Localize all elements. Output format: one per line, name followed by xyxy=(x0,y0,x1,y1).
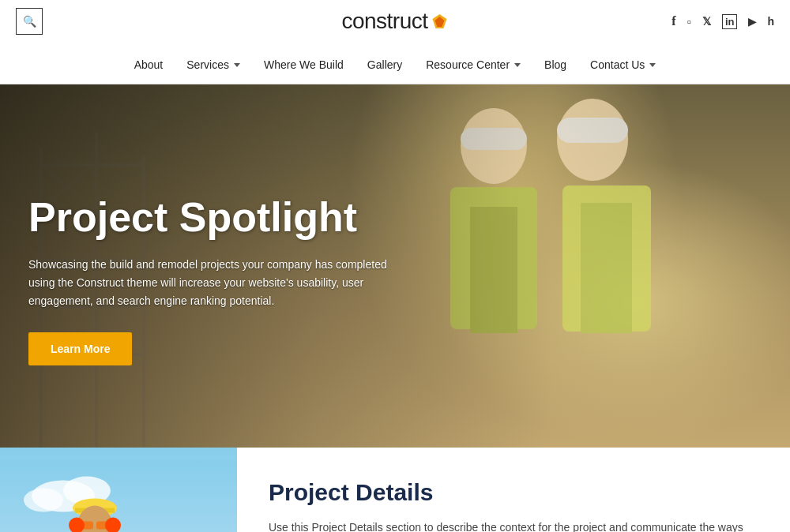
services-dropdown-icon xyxy=(234,63,240,67)
nav-services[interactable]: Services xyxy=(177,52,250,77)
learn-more-button[interactable]: Learn More xyxy=(28,332,132,365)
nav-contact-us-label: Contact Us xyxy=(590,58,645,71)
nav-gallery-label: Gallery xyxy=(367,58,402,71)
youtube-icon[interactable]: ▶ xyxy=(748,16,756,28)
resource-center-dropdown-icon xyxy=(514,63,521,67)
hero-content: Project Spotlight Showcasing the build a… xyxy=(28,195,408,365)
contact-us-dropdown-icon xyxy=(649,63,656,67)
header-left: 🔍 xyxy=(16,8,43,35)
header: 🔍 construct f ▫ 𝕏 in ▶ h xyxy=(0,0,790,43)
nav-where-we-build-label: Where We Build xyxy=(264,58,344,71)
hero-section: Project Spotlight Showcasing the build a… xyxy=(0,84,790,448)
main-nav: About Services Where We Build Gallery Re… xyxy=(0,43,790,77)
nav-blog-label: Blog xyxy=(544,58,566,71)
logo-icon xyxy=(431,13,449,30)
nav-gallery[interactable]: Gallery xyxy=(358,52,412,77)
instagram-icon[interactable]: ▫ xyxy=(687,15,691,28)
hero-description: Showcasing the build and remodel project… xyxy=(28,256,408,310)
project-details-paragraph1: Use this Project Details section to desc… xyxy=(269,519,758,532)
nav-where-we-build[interactable]: Where We Build xyxy=(254,52,353,77)
facebook-icon[interactable]: f xyxy=(672,14,675,28)
search-button[interactable]: 🔍 xyxy=(16,8,43,35)
nav-about-label: About xyxy=(134,58,164,71)
logo[interactable]: construct xyxy=(341,9,448,34)
svg-point-23 xyxy=(24,489,63,512)
twitter-icon[interactable]: 𝕏 xyxy=(702,15,711,28)
linkedin-icon[interactable]: in xyxy=(722,14,738,29)
hero-title: Project Spotlight xyxy=(28,195,408,240)
nav-services-label: Services xyxy=(186,58,229,71)
houzz-icon[interactable]: h xyxy=(767,15,774,28)
nav-contact-us[interactable]: Contact Us xyxy=(581,52,665,77)
nav-about[interactable]: About xyxy=(125,52,173,77)
social-icons: f ▫ 𝕏 in ▶ h xyxy=(672,14,774,29)
project-details-section: Project Details Use this Project Details… xyxy=(237,448,790,532)
below-hero-section: Project Details Use this Project Details… xyxy=(0,448,790,532)
worker-scene xyxy=(0,448,237,532)
nav-resource-center[interactable]: Resource Center xyxy=(416,52,530,77)
worker-image-section xyxy=(0,448,237,532)
logo-text: construct xyxy=(341,9,427,34)
nav-blog[interactable]: Blog xyxy=(535,52,576,77)
search-icon: 🔍 xyxy=(23,15,36,28)
project-details-title: Project Details xyxy=(269,479,758,506)
nav-resource-center-label: Resource Center xyxy=(426,58,510,71)
